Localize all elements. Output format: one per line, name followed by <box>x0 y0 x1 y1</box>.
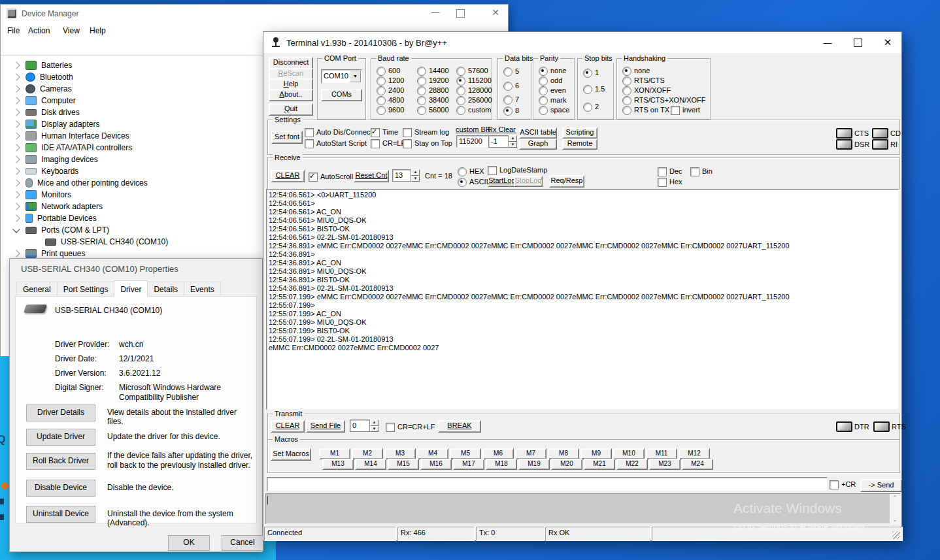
quit-button[interactable]: Quit <box>269 103 313 116</box>
chevron-down-icon[interactable]: ▼ <box>350 71 361 82</box>
hex-mode-radio[interactable]: HEX <box>458 167 484 176</box>
chevron-right-icon[interactable] <box>12 167 20 174</box>
macro-m13-button[interactable]: M13 <box>322 459 354 470</box>
autoscroll-checkbox[interactable]: AutoScroll <box>309 173 353 181</box>
tree-item-usb-serial-ch340[interactable]: USB-SERIAL CH340 (COM10) <box>45 236 168 248</box>
chevron-right-icon[interactable] <box>12 61 20 69</box>
spin-up-icon[interactable]: ▲ <box>411 169 420 176</box>
spin-down-icon[interactable]: ▼ <box>411 176 420 182</box>
maximize-icon[interactable] <box>456 9 465 18</box>
receive-clear-button[interactable]: CLEAR <box>271 170 305 182</box>
tree-item-network-adapters[interactable]: Network adapters <box>11 201 103 212</box>
chevron-right-icon[interactable] <box>12 73 20 80</box>
tab-details[interactable]: Details <box>147 282 184 297</box>
macro-m8-button[interactable]: M8 <box>548 448 579 459</box>
macro-m24-button[interactable]: M24 <box>682 459 713 470</box>
macro-m22-button[interactable]: M22 <box>616 459 648 470</box>
stopbits-1-radio[interactable]: 1 <box>583 69 599 77</box>
databits-7-radio[interactable]: 7 <box>503 95 519 104</box>
disable-device-button[interactable]: Disable Device <box>26 480 95 497</box>
macro-m16-button[interactable]: M16 <box>420 459 452 470</box>
dec-view-checkbox[interactable]: Dec <box>658 167 682 176</box>
req-resp-button[interactable]: Req/Resp <box>549 175 584 188</box>
menu-file[interactable]: File <box>7 26 20 35</box>
hex-view-checkbox[interactable]: Hex <box>658 178 682 186</box>
tree-item-ide-controllers[interactable]: IDE ATA/ATAPI controllers <box>11 142 132 154</box>
receive-log-area[interactable]: 12:54:06.561> <0>UART_115200 12:54:06.56… <box>266 189 899 410</box>
chevron-right-icon[interactable] <box>12 132 20 139</box>
time-checkbox[interactable]: Time <box>371 128 398 137</box>
spin-up-icon[interactable]: ▲ <box>509 135 517 142</box>
parity-odd-radio[interactable]: odd <box>539 76 562 85</box>
chevron-right-icon[interactable] <box>12 214 20 222</box>
macro-m1-button[interactable]: M1 <box>319 448 350 459</box>
tab-port-settings[interactable]: Port Settings <box>57 282 115 297</box>
stream-log-checkbox[interactable]: Stream log <box>403 128 449 137</box>
coms-button[interactable]: COMs <box>321 89 362 101</box>
baud-4800-radio[interactable]: 4800 <box>377 96 404 105</box>
tab-events[interactable]: Events <box>184 282 221 297</box>
stay-on-top-checkbox[interactable]: Stay on Top <box>403 139 452 148</box>
set-macros-button[interactable]: Set Macros <box>271 448 311 461</box>
scroll-up-icon[interactable]: ⌃ <box>890 495 900 501</box>
tree-item-ports[interactable]: Ports (COM & LPT) <box>11 224 109 236</box>
plus-cr-checkbox[interactable]: +CR <box>830 480 856 489</box>
chevron-down-icon[interactable] <box>12 225 20 233</box>
maximize-icon[interactable] <box>843 32 873 53</box>
macro-m20-button[interactable]: M20 <box>551 459 582 470</box>
baud-9600-radio[interactable]: 9600 <box>377 106 404 114</box>
baud-600-radio[interactable]: 600 <box>377 67 400 75</box>
resize-grip[interactable] <box>892 531 900 539</box>
driver-details-button[interactable]: Driver Details <box>26 404 95 421</box>
minimize-icon[interactable]: — <box>813 32 843 53</box>
cr-crlf-checkbox[interactable]: CR=CR+LF <box>386 423 435 431</box>
tree-item-mice[interactable]: Mice and other pointing devices <box>11 177 148 189</box>
baud-128000-radio[interactable]: 128000 <box>456 86 492 95</box>
cancel-button[interactable]: Cancel <box>222 535 263 551</box>
ascii-mode-radio[interactable]: ASCII <box>458 178 488 186</box>
spin-down-icon[interactable]: ▼ <box>509 142 517 148</box>
menu-view[interactable]: View <box>63 26 80 35</box>
baud-1200-radio[interactable]: 1200 <box>377 76 404 85</box>
tree-item-monitors[interactable]: Monitors <box>11 189 71 201</box>
handshake-none-radio[interactable]: none <box>622 67 650 75</box>
chevron-right-icon[interactable] <box>12 120 20 127</box>
tab-general[interactable]: General <box>16 282 58 297</box>
ascii-table-button[interactable]: ASCII table <box>519 127 557 139</box>
transmit-clear-button[interactable]: CLEAR <box>271 420 305 433</box>
uninstall-device-button[interactable]: Uninstall Device <box>26 506 95 523</box>
databits-5-radio[interactable]: 5 <box>503 67 519 76</box>
custom-br-input[interactable]: 115200 <box>456 135 488 148</box>
update-driver-button[interactable]: Update Driver <box>26 429 95 446</box>
startlog-button[interactable]: StartLog <box>488 176 515 187</box>
spin-down-icon[interactable]: ▼ <box>370 426 378 433</box>
cr-lf-checkbox[interactable]: CR=LF <box>371 139 405 148</box>
macro-m4-button[interactable]: M4 <box>417 448 448 459</box>
tree-item-cameras[interactable]: Cameras <box>11 83 72 95</box>
macro-m14-button[interactable]: M14 <box>355 459 386 470</box>
terminal-titlebar[interactable]: Terminal v1.93b - 20141030ß - by Br@y++ … <box>263 32 901 53</box>
chevron-right-icon[interactable] <box>12 144 20 151</box>
reset-cnt-button[interactable]: Reset Cnt <box>354 170 389 182</box>
history-scrollbar[interactable]: ⌃ ⌄ <box>890 494 900 523</box>
tree-item-display-adapters[interactable]: Display adapters <box>11 118 99 130</box>
parity-mark-radio[interactable]: mark <box>539 96 566 105</box>
transmit-delay-spinner[interactable]: 0 ▲▼ <box>350 420 378 432</box>
chevron-right-icon[interactable] <box>12 179 20 186</box>
handshake-rtscts-radio[interactable]: RTS/CTS <box>622 76 665 85</box>
menu-action[interactable]: Action <box>28 26 50 35</box>
macro-m18-button[interactable]: M18 <box>486 459 517 470</box>
stopbits-2-radio[interactable]: 2 <box>583 103 599 111</box>
chevron-right-icon[interactable] <box>12 108 20 116</box>
tree-item-computer[interactable]: Computer <box>11 95 76 107</box>
databits-6-radio[interactable]: 6 <box>503 82 519 90</box>
tree-item-hid[interactable]: Human Interface Devices <box>11 130 129 142</box>
macro-m17-button[interactable]: M17 <box>453 459 484 470</box>
tree-item-disk-drives[interactable]: Disk drives <box>11 107 80 118</box>
macro-m9-button[interactable]: M9 <box>580 448 612 459</box>
minimize-icon[interactable]: — <box>426 5 445 22</box>
device-manager-titlebar[interactable]: Device Manager — ✕ <box>1 5 508 23</box>
baud-custom-radio[interactable]: custom <box>456 106 491 114</box>
baud-28800-radio[interactable]: 28800 <box>417 86 449 95</box>
stopbits-1-5-radio[interactable]: 1.5 <box>583 85 605 93</box>
